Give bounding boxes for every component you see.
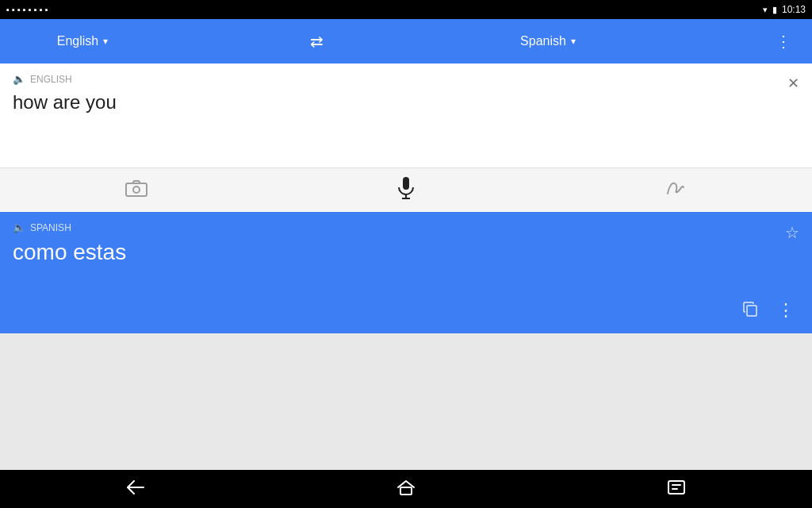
status-bar-right: ▾ ▮ 10:13 <box>763 4 806 15</box>
status-bar-left: ▪ ▪ ▪ ▪ ▪ ▪ ▪ ▪ <box>6 5 48 14</box>
trans-volume-icon[interactable]: 🔈 <box>13 221 25 233</box>
favorite-button[interactable]: ☆ <box>782 220 802 245</box>
trans-lang-text: SPANISH <box>30 222 71 233</box>
copy-icon <box>742 304 758 320</box>
svg-rect-5 <box>747 306 756 316</box>
target-lang-dropdown-icon: ▾ <box>571 36 576 47</box>
target-language-selector[interactable]: Spanish ▾ <box>478 28 621 55</box>
handwriting-icon <box>665 181 687 202</box>
trans-more-icon: ⋮ <box>777 300 795 320</box>
input-lang-text: ENGLISH <box>30 74 72 85</box>
gray-area <box>0 333 812 470</box>
home-button[interactable] <box>378 473 434 506</box>
back-icon <box>127 480 144 498</box>
svg-rect-2 <box>403 177 409 190</box>
more-vert-icon: ⋮ <box>776 33 793 50</box>
handwriting-button[interactable] <box>652 171 699 210</box>
microphone-icon <box>397 183 415 204</box>
svg-point-1 <box>133 187 140 193</box>
battery-icon: ▮ <box>772 5 777 15</box>
input-lang-label: 🔈 ENGLISH <box>13 73 799 85</box>
toolbar-more-button[interactable]: ⋮ <box>769 25 799 57</box>
clear-input-button[interactable]: ✕ <box>784 71 802 95</box>
input-volume-icon[interactable]: 🔈 <box>13 73 25 85</box>
svg-rect-6 <box>400 487 412 495</box>
input-area: 🔈 ENGLISH ✕ <box>0 64 812 167</box>
target-language-label: Spanish <box>520 34 566 48</box>
status-bar: ▪ ▪ ▪ ▪ ▪ ▪ ▪ ▪ ▾ ▮ 10:13 <box>0 0 812 19</box>
trans-lang-label: 🔈 SPANISH <box>13 221 799 233</box>
camera-icon <box>125 181 147 201</box>
translation-actions: ⋮ <box>13 297 799 327</box>
navigation-bar <box>0 470 812 508</box>
back-button[interactable] <box>108 474 163 505</box>
svg-rect-8 <box>672 484 681 486</box>
input-action-bar <box>0 167 812 212</box>
translated-text: como estas <box>13 240 799 287</box>
swap-icon: ⇄ <box>310 33 324 50</box>
clock: 10:13 <box>782 4 806 15</box>
svg-rect-9 <box>672 488 678 490</box>
swap-languages-button[interactable]: ⇄ <box>304 25 330 57</box>
notification-icons: ▪ ▪ ▪ ▪ ▪ ▪ ▪ ▪ <box>6 5 48 14</box>
source-language-label: English <box>57 34 98 48</box>
recents-button[interactable] <box>649 474 704 505</box>
source-language-selector[interactable]: English ▾ <box>13 28 155 55</box>
translation-area: 🔈 SPANISH como estas ☆ ⋮ <box>0 212 812 333</box>
camera-button[interactable] <box>113 173 160 208</box>
trans-more-button[interactable]: ⋮ <box>772 297 799 324</box>
source-lang-dropdown-icon: ▾ <box>103 36 108 47</box>
app-toolbar: English ▾ ⇄ Spanish ▾ ⋮ <box>0 19 812 64</box>
microphone-button[interactable] <box>385 170 427 211</box>
wifi-icon: ▾ <box>763 5 768 15</box>
svg-rect-7 <box>668 481 684 494</box>
recents-icon <box>668 480 685 498</box>
svg-rect-0 <box>126 183 147 196</box>
copy-translation-button[interactable] <box>737 297 763 324</box>
source-text-input[interactable] <box>13 91 799 158</box>
home-icon <box>397 481 415 498</box>
